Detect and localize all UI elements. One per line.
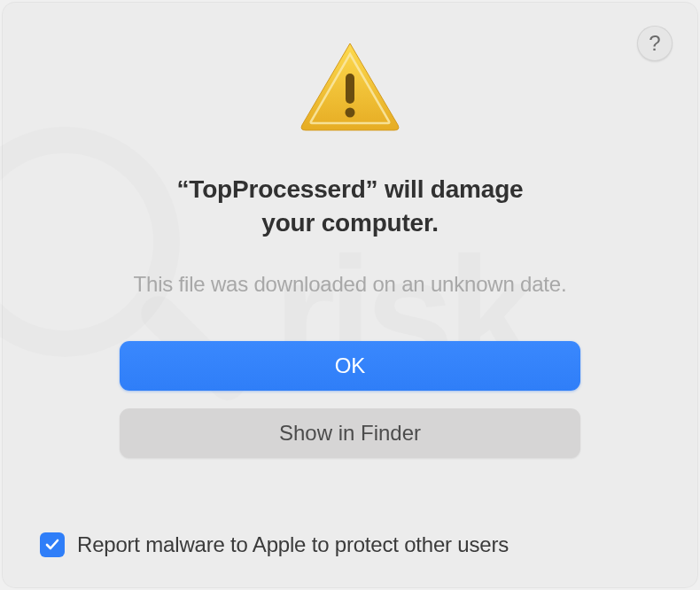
- ok-button-label: OK: [335, 353, 366, 378]
- dialog-content: “TopProcesserd” will damage your compute…: [29, 29, 671, 458]
- report-malware-row: Report malware to Apple to protect other…: [40, 532, 509, 557]
- warning-icon: [297, 38, 403, 137]
- dialog-title: “TopProcesserd” will damage your compute…: [177, 173, 524, 240]
- report-malware-label: Report malware to Apple to protect other…: [77, 532, 509, 557]
- title-line-2: your computer.: [261, 209, 438, 237]
- show-in-finder-button[interactable]: Show in Finder: [120, 408, 580, 458]
- report-malware-checkbox[interactable]: [40, 532, 65, 557]
- title-line-1: “TopProcesserd” will damage: [177, 175, 524, 203]
- checkmark-icon: [44, 537, 60, 553]
- dialog-subtitle: This file was downloaded on an unknown d…: [134, 272, 567, 297]
- svg-rect-0: [346, 74, 354, 104]
- show-in-finder-label: Show in Finder: [279, 421, 421, 446]
- button-group: OK Show in Finder: [120, 341, 580, 458]
- malware-warning-dialog: risk ? “TopProcesserd” will damage: [3, 3, 697, 587]
- svg-point-1: [346, 108, 355, 118]
- ok-button[interactable]: OK: [120, 341, 580, 391]
